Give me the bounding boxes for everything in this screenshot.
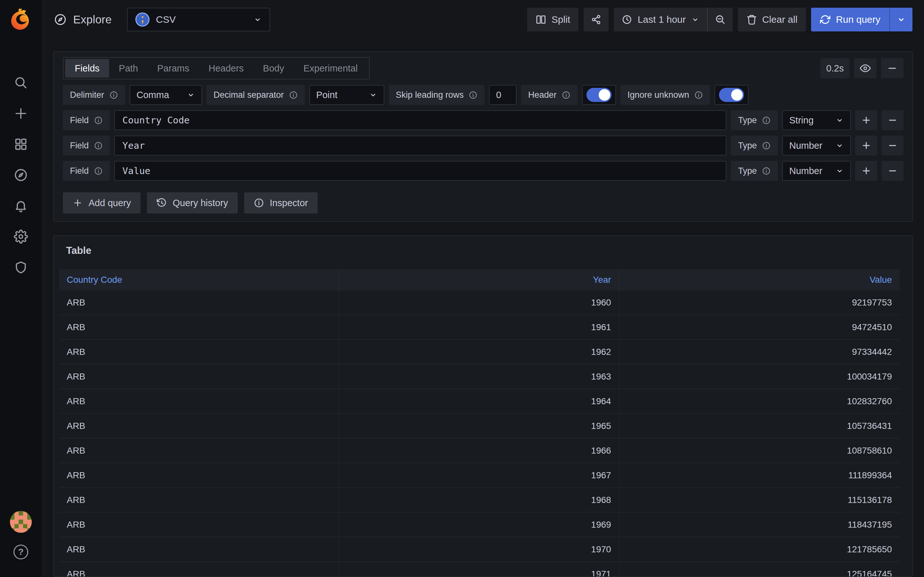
cell-year: 1960 bbox=[339, 290, 619, 314]
toggle-on bbox=[586, 88, 612, 102]
sidebar-item-alerting[interactable] bbox=[0, 190, 42, 221]
field-name-input[interactable] bbox=[114, 135, 727, 155]
field-row: Field Type Number bbox=[63, 161, 903, 181]
grafana-logo-icon[interactable] bbox=[8, 6, 33, 31]
explore-content: Fields Path Params Headers Body Experime… bbox=[42, 39, 924, 577]
datasource-name: CSV bbox=[156, 14, 247, 25]
query-history-button[interactable]: Query history bbox=[147, 192, 237, 213]
table-row: ARB 1969 118437195 bbox=[59, 513, 900, 537]
sidebar-item-server-admin[interactable] bbox=[0, 252, 42, 283]
field-label: Field bbox=[63, 161, 110, 181]
inspector-button[interactable]: Inspector bbox=[244, 192, 318, 213]
minus-icon bbox=[887, 166, 898, 176]
delimiter-select[interactable]: Comma bbox=[129, 85, 202, 105]
decimal-separator-select[interactable]: Point bbox=[309, 85, 384, 105]
ignore-unknown-toggle[interactable] bbox=[714, 85, 748, 105]
info-icon[interactable] bbox=[289, 91, 298, 99]
remove-query-button[interactable] bbox=[881, 58, 903, 78]
cell-country: ARB bbox=[59, 537, 339, 561]
table-row: ARB 1967 111899364 bbox=[59, 463, 900, 488]
remove-field-button[interactable] bbox=[882, 110, 903, 130]
type-label: Type bbox=[731, 110, 778, 130]
add-field-button[interactable] bbox=[855, 161, 877, 181]
remove-field-button[interactable] bbox=[882, 161, 903, 181]
time-range-button[interactable]: Last 1 hour bbox=[614, 8, 707, 31]
column-header-year[interactable]: Year bbox=[339, 269, 619, 290]
info-icon[interactable] bbox=[762, 167, 771, 175]
explore-header: Explore bbox=[54, 13, 111, 26]
share-button[interactable] bbox=[583, 8, 609, 31]
info-icon[interactable] bbox=[694, 91, 703, 99]
add-field-button[interactable] bbox=[855, 135, 877, 155]
sidebar-item-dashboards[interactable] bbox=[0, 129, 42, 160]
header-label: Header bbox=[521, 85, 577, 105]
plus-icon bbox=[861, 140, 871, 151]
tab-headers[interactable]: Headers bbox=[199, 59, 254, 77]
field-name-input[interactable] bbox=[114, 110, 727, 130]
cell-country: ARB bbox=[59, 364, 339, 388]
zoom-out-time-button[interactable] bbox=[707, 8, 733, 31]
query-duration-badge: 0.2s bbox=[821, 58, 850, 78]
remove-field-button[interactable] bbox=[882, 135, 903, 155]
hide-response-button[interactable] bbox=[854, 58, 877, 78]
plus-icon bbox=[14, 106, 28, 121]
info-icon[interactable] bbox=[94, 167, 103, 175]
datasource-picker[interactable]: ; CSV bbox=[127, 8, 270, 31]
info-icon[interactable] bbox=[110, 91, 118, 99]
cell-year: 1968 bbox=[339, 488, 619, 512]
csv-options-row: Delimiter Comma Decimal separator P bbox=[63, 85, 903, 105]
info-icon[interactable] bbox=[562, 91, 570, 99]
table-panel: Table Country Code Year Value ARB 1960 9… bbox=[53, 235, 913, 577]
info-icon[interactable] bbox=[469, 91, 477, 99]
field-label: Field bbox=[63, 110, 110, 130]
add-field-button[interactable] bbox=[855, 110, 877, 130]
run-query-dropdown-button[interactable] bbox=[889, 8, 913, 31]
table-row: ARB 1964 102832760 bbox=[59, 389, 900, 414]
column-header-value[interactable]: Value bbox=[620, 269, 900, 290]
clear-all-button[interactable]: Clear all bbox=[738, 8, 806, 31]
header-toggle[interactable] bbox=[582, 85, 616, 105]
cell-country: ARB bbox=[59, 414, 339, 438]
field-type-select[interactable]: Number bbox=[782, 161, 851, 181]
results-table: Country Code Year Value ARB 1960 9219775… bbox=[59, 269, 900, 576]
tab-params[interactable]: Params bbox=[148, 59, 199, 77]
plus-icon bbox=[861, 115, 871, 125]
field-name-input[interactable] bbox=[114, 161, 727, 181]
info-icon[interactable] bbox=[762, 141, 771, 150]
sidebar-item-explore[interactable] bbox=[0, 160, 42, 190]
field-type-select[interactable]: String bbox=[782, 110, 851, 130]
user-avatar[interactable] bbox=[10, 511, 32, 533]
explore-toolbar: Explore ; CSV Split Las bbox=[42, 0, 924, 39]
table-header-row: Country Code Year Value bbox=[59, 269, 900, 290]
info-icon[interactable] bbox=[762, 116, 771, 125]
info-icon[interactable] bbox=[94, 116, 103, 125]
cell-year: 1966 bbox=[339, 438, 619, 463]
field-type-select[interactable]: Number bbox=[782, 135, 851, 155]
chevron-down-icon bbox=[369, 91, 377, 99]
sidebar-item-help[interactable]: ? bbox=[0, 542, 42, 562]
sidebar-item-create[interactable] bbox=[0, 98, 42, 129]
skip-leading-rows-input[interactable] bbox=[489, 85, 517, 105]
sync-icon bbox=[820, 15, 830, 25]
sidebar-item-search[interactable] bbox=[0, 67, 42, 98]
split-button[interactable]: Split bbox=[527, 8, 578, 31]
type-label: Type bbox=[731, 161, 778, 181]
help-icon: ? bbox=[13, 545, 28, 559]
tab-experimental[interactable]: Experimental bbox=[294, 59, 367, 77]
tab-fields[interactable]: Fields bbox=[65, 59, 109, 77]
table-row: ARB 1960 92197753 bbox=[59, 290, 900, 315]
sidebar-item-settings[interactable] bbox=[0, 221, 42, 252]
info-icon[interactable] bbox=[94, 141, 103, 150]
tab-body[interactable]: Body bbox=[254, 59, 294, 77]
table-row: ARB 1965 105736431 bbox=[59, 414, 900, 438]
chevron-down-icon bbox=[187, 91, 195, 99]
add-query-button[interactable]: Add query bbox=[63, 192, 141, 213]
column-header-country-code[interactable]: Country Code bbox=[59, 269, 339, 290]
run-query-button[interactable]: Run query bbox=[811, 8, 889, 31]
tab-path[interactable]: Path bbox=[109, 59, 148, 77]
type-label: Type bbox=[731, 135, 778, 155]
main-area: Explore ; CSV Split Las bbox=[42, 0, 924, 577]
cell-value: 105736431 bbox=[620, 414, 900, 438]
plus-icon bbox=[73, 198, 83, 208]
split-columns-icon bbox=[535, 14, 546, 25]
